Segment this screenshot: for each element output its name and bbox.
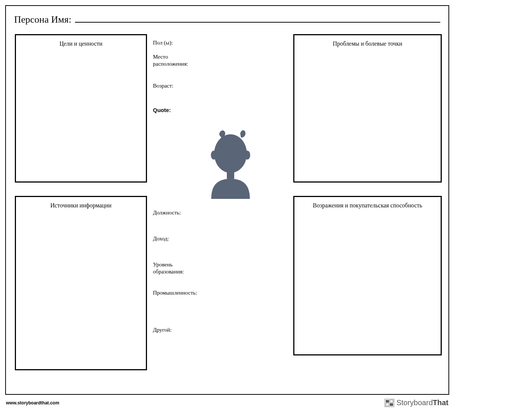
persona-worksheet-canvas: Персона Имя: Цели и ценности Проблемы и … [5, 5, 449, 395]
field-gender-label: Пол (ы): [153, 39, 201, 46]
person-silhouette-icon [193, 125, 268, 199]
box-info-sources: Источники информации [15, 196, 147, 370]
box-problems-pains: Проблемы и болевые точки [293, 34, 442, 183]
box-objections-buying-title: Возражения и покупательская способность [294, 197, 441, 209]
field-industry-label: Промышленность: [153, 289, 201, 296]
field-location-label: Место расположения: [153, 53, 201, 68]
svg-rect-5 [386, 400, 389, 403]
persona-name-label: Персона Имя: [14, 14, 71, 25]
field-other-label: Другой: [153, 327, 201, 334]
footer: www.storyboardthat.com StoryboardThat [5, 396, 449, 407]
svg-point-0 [214, 134, 247, 173]
box-problems-pains-title: Проблемы и болевые точки [294, 35, 441, 47]
box-objections-buying: Возражения и покупательская способность [293, 196, 442, 355]
svg-rect-3 [227, 171, 234, 179]
field-education-label: Уровень образования: [153, 261, 201, 275]
field-quote-label: Quote: [153, 107, 201, 114]
box-info-sources-title: Источники информации [16, 197, 146, 209]
header-row: Персона Имя: [14, 14, 440, 25]
svg-point-1 [211, 151, 217, 160]
footer-url: www.storyboardthat.com [6, 400, 59, 406]
svg-rect-7 [386, 403, 389, 406]
svg-rect-8 [390, 403, 393, 406]
brand-word-storyboard: Storyboard [396, 398, 433, 407]
storyboard-logo-icon [385, 399, 394, 407]
footer-brand: StoryboardThat [385, 398, 448, 407]
svg-point-2 [244, 151, 250, 160]
box-goals-values: Цели и ценности [15, 34, 147, 183]
field-position-label: Должность: [153, 209, 201, 216]
field-age-label: Возраст: [153, 82, 201, 89]
box-goals-values-title: Цели и ценности [16, 35, 146, 47]
field-income-label: Доход: [153, 235, 201, 242]
persona-name-underline [75, 22, 440, 23]
footer-brand-text: StoryboardThat [396, 398, 448, 407]
persona-avatar-placeholder [193, 125, 268, 199]
svg-rect-6 [390, 400, 393, 403]
brand-word-that: That [433, 398, 448, 407]
